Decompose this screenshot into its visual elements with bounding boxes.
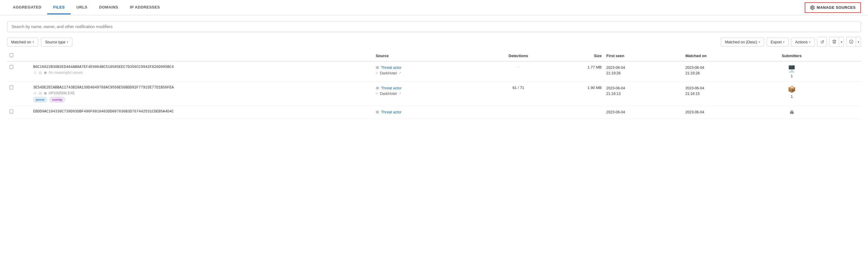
- source-type-filter[interactable]: Source type ▾: [41, 37, 72, 46]
- refresh-button[interactable]: ↺: [817, 37, 827, 47]
- threat-actor-icon: ⊕: [376, 86, 379, 90]
- search-input[interactable]: [7, 21, 861, 32]
- first-seen-time: 21:16:13: [606, 91, 681, 97]
- file-size: 1.77 MB: [588, 65, 601, 69]
- threat-actor-icon: ⊕: [376, 109, 379, 114]
- user-icon: ☺: [33, 91, 37, 95]
- chevron-down-icon: ▾: [809, 40, 811, 44]
- refresh-icon: ↺: [820, 39, 824, 45]
- matched-on-date: 2023-06-04: [685, 65, 760, 71]
- main-content: Matched on ▾ Source type ▾ Matched on (D…: [0, 15, 868, 125]
- actions-button[interactable]: Actions ▾: [791, 37, 815, 46]
- submitter-avatar: 🖥️: [788, 65, 796, 73]
- table-row: EBDD9AC104338C739D93DBF496F9910403DD0878…: [7, 106, 861, 119]
- external-link-icon: ↗: [399, 71, 401, 75]
- tab-files[interactable]: FILES: [47, 1, 70, 14]
- delete-dropdown-arrow[interactable]: ▾: [839, 37, 844, 47]
- toolbar-right: Matched on (Desc) ▾ Export ▾ Actions ▾ ↺: [721, 37, 861, 47]
- col-header-submitters: Submitters: [762, 51, 822, 61]
- matched-on-time: 21:16:15: [685, 91, 760, 97]
- tag-icon: ◎: [39, 91, 42, 95]
- location-icon: ◉: [44, 70, 47, 75]
- threat-actor-icon: ⊕: [376, 65, 379, 70]
- select-all-checkbox[interactable]: [9, 53, 13, 57]
- chevron-down-icon: ▾: [33, 40, 34, 44]
- chevron-down-icon: ▾: [67, 40, 68, 44]
- tag-icon: ◎: [39, 70, 42, 75]
- chevron-down-icon: ▾: [841, 40, 842, 44]
- table-row: B6C16622B30B2ED464AB0A7EF4E9964BC510585E…: [7, 61, 861, 82]
- matched-on-filter[interactable]: Matched on ▾: [7, 37, 38, 46]
- submitter-avatar: 🖨️: [789, 109, 794, 114]
- export-button[interactable]: Export ▾: [767, 37, 789, 46]
- col-header-matchedon: Matched on: [683, 51, 762, 61]
- col-header-source: Source: [373, 51, 485, 61]
- results-table: Source Detections Size First seen Matche…: [7, 51, 861, 119]
- sort-button[interactable]: Matched on (Desc) ▾: [721, 37, 764, 46]
- first-seen-time: 21:19:26: [606, 71, 681, 76]
- detection-value: 61 / 71: [513, 86, 524, 90]
- row-checkbox[interactable]: [9, 86, 13, 89]
- tab-ip-addresses[interactable]: IP ADDRESSES: [124, 1, 165, 14]
- user-icon: ☺: [33, 70, 37, 75]
- info-button-split: ▾: [846, 37, 861, 47]
- file-hash: B6C16622B30B2ED464AB0A7EF4E9964BC510585E…: [33, 65, 371, 69]
- submitter-count: 1: [790, 74, 793, 78]
- filter-left: Matched on ▾ Source type ▾: [7, 37, 72, 46]
- first-seen-date: 2023-06-04: [606, 109, 681, 115]
- info-button[interactable]: [846, 37, 856, 47]
- table-row: 3E54DE2ECABBA11743B28A139D4049768AC9558E…: [7, 82, 861, 106]
- filter-row: Matched on ▾ Source type ▾ Matched on (D…: [7, 37, 861, 47]
- first-seen-date: 2023-06-04: [606, 65, 681, 71]
- col-header-detections: Detections: [485, 51, 551, 61]
- tag-overlay[interactable]: overlay: [50, 97, 65, 102]
- delete-icon: [832, 39, 837, 45]
- source-name-label[interactable]: DarkHotel: [380, 91, 397, 96]
- no-names-label: No meaningful names: [49, 71, 83, 75]
- tab-urls[interactable]: URLS: [71, 1, 93, 14]
- delete-button[interactable]: [829, 37, 839, 47]
- detection-value: -: [518, 65, 519, 69]
- row-checkbox[interactable]: [9, 109, 13, 114]
- col-header-firstseen: First seen: [604, 51, 683, 61]
- location-icon: ◉: [44, 91, 47, 95]
- file-hash: 3E54DE2ECABBA11743B28A139D4049768AC9558E…: [33, 86, 371, 90]
- col-header-size: Size: [551, 51, 604, 61]
- matched-on-time: 21:19:28: [685, 71, 760, 76]
- info-dropdown-arrow[interactable]: ▾: [856, 37, 861, 47]
- source-type-label[interactable]: Threat actor: [381, 110, 401, 114]
- chevron-down-icon: ▾: [759, 40, 760, 44]
- submitter-count: 1: [790, 94, 793, 99]
- chevron-down-icon: ▾: [783, 40, 784, 44]
- first-seen-date: 2023-06-04: [606, 86, 681, 91]
- share-icon: ⑂: [376, 71, 378, 75]
- share-icon: ⑂: [376, 91, 378, 96]
- col-header-actions: [822, 51, 861, 61]
- matched-on-date: 2023-06-04: [685, 86, 760, 91]
- manage-sources-button[interactable]: MANAGE SOURCES: [805, 2, 861, 13]
- submitter-avatar: 📦: [788, 86, 796, 93]
- file-name: HP1005SM.EXE: [49, 91, 75, 95]
- tab-bar: AGGREGATED FILES URLS DOMAINS IP ADDRESS…: [7, 1, 166, 14]
- top-bar: AGGREGATED FILES URLS DOMAINS IP ADDRESS…: [0, 0, 868, 15]
- gear-icon: [810, 5, 815, 10]
- external-link-icon: ↗: [399, 92, 401, 95]
- col-header-hash: [31, 51, 373, 61]
- info-icon: [849, 39, 854, 45]
- delete-button-split: ▾: [829, 37, 844, 47]
- tab-aggregated[interactable]: AGGREGATED: [7, 1, 47, 14]
- source-type-label[interactable]: Threat actor: [381, 86, 401, 90]
- row-checkbox[interactable]: [9, 65, 13, 69]
- source-name-label[interactable]: DarkHotel: [380, 71, 397, 75]
- chevron-down-icon: ▾: [858, 40, 859, 44]
- tag-peexe[interactable]: peexe: [33, 97, 47, 102]
- tab-domains[interactable]: DOMAINS: [93, 1, 124, 14]
- source-type-label[interactable]: Threat actor: [381, 65, 401, 70]
- file-hash: EBDD9AC104338C739D93DBF496F9910403DD0878…: [33, 109, 371, 114]
- file-size: 1.90 MB: [588, 86, 601, 90]
- matched-on-date: 2023-06-04: [685, 109, 760, 115]
